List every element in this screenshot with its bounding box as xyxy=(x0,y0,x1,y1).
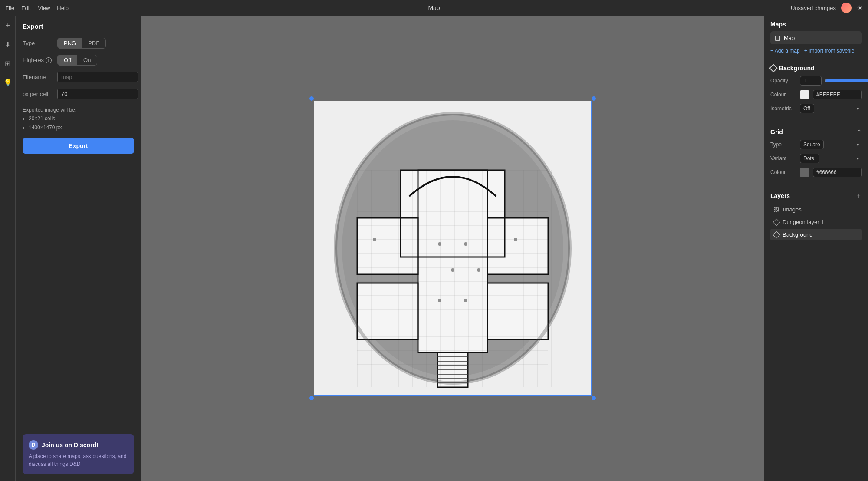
add-map-btn[interactable]: + Add a map xyxy=(770,48,800,54)
grid-label: Grid xyxy=(770,128,783,135)
layer-dungeon-icon xyxy=(773,218,780,226)
grid-variant-select-wrapper: Dots Lines xyxy=(800,154,862,163)
grid-colour-hex: #666666 xyxy=(813,168,862,177)
map-tab[interactable]: ▦ Map xyxy=(770,31,862,44)
layer-images[interactable]: 🖼 Images xyxy=(770,204,862,215)
highres-off-btn[interactable]: Off xyxy=(58,55,77,65)
layer-images-label: Images xyxy=(783,206,802,213)
layers-section: Layers ＋ 🖼 Images Dungeon layer 1 Backgr… xyxy=(764,187,868,247)
grid-section-header: Grid ⌃ xyxy=(770,128,862,135)
svg-rect-7 xyxy=(487,218,548,274)
type-row: Type PNG PDF xyxy=(23,38,134,49)
maps-section: Maps ▦ Map + Add a map + Import from sav… xyxy=(764,16,868,59)
svg-rect-6 xyxy=(357,283,418,339)
svg-rect-5 xyxy=(357,218,418,274)
layer-background[interactable]: Background xyxy=(770,229,862,240)
unsaved-changes-label: Unsaved changes xyxy=(791,5,836,11)
map-actions: + Add a map + Import from savefile xyxy=(770,48,862,54)
isometric-select[interactable]: Off On xyxy=(800,104,814,113)
discord-text: A place to share maps, ask questions, an… xyxy=(29,452,128,468)
maps-title: Maps xyxy=(770,21,862,28)
canvas-area[interactable] xyxy=(141,16,764,481)
isometric-select-wrapper: Off On xyxy=(800,104,862,113)
background-header: Background xyxy=(770,65,862,72)
app-title: Map xyxy=(428,4,440,11)
background-label: Background xyxy=(779,65,815,72)
discord-card: D Join us on Discord! A place to share m… xyxy=(23,434,134,474)
type-toggle-group: PNG PDF xyxy=(57,38,106,49)
pxpercell-label: px per cell xyxy=(23,91,53,97)
left-panel: Export Type PNG PDF High-res i Off On Fi… xyxy=(16,16,141,481)
add-layer-btn[interactable]: ＋ xyxy=(855,192,862,199)
menu-help[interactable]: Help xyxy=(57,5,69,11)
layer-images-icon: 🖼 xyxy=(774,206,779,213)
dungeon-svg xyxy=(314,101,592,396)
isometric-row: Isometric Off On xyxy=(770,104,862,113)
handle-tr[interactable] xyxy=(592,96,596,101)
grid-variant-select[interactable]: Dots Lines xyxy=(800,154,819,163)
grid-type-select-wrapper: Square Hex xyxy=(800,140,862,149)
svg-point-41 xyxy=(464,242,467,246)
layer-dungeon[interactable]: Dungeon layer 1 xyxy=(770,216,862,228)
svg-point-47 xyxy=(514,238,517,241)
colour-row: Colour #EEEEEE xyxy=(770,90,862,99)
svg-point-43 xyxy=(477,268,480,272)
grid-collapse-icon[interactable]: ⌃ xyxy=(857,128,862,135)
type-pdf-btn[interactable]: PDF xyxy=(82,38,105,48)
background-section: Background Opacity Colour #EEEEEE Isomet… xyxy=(764,59,868,123)
grid-icon[interactable]: ⊞ xyxy=(2,57,14,69)
svg-point-45 xyxy=(464,299,467,302)
svg-point-42 xyxy=(451,268,454,272)
handle-bl[interactable] xyxy=(309,396,314,400)
right-panel: Maps ▦ Map + Add a map + Import from sav… xyxy=(764,16,868,481)
type-label: Type xyxy=(23,40,53,46)
top-bar: File Edit View Help Map Unsaved changes … xyxy=(0,0,868,16)
opacity-row: Opacity xyxy=(770,76,862,86)
grid-type-row: Type Square Hex xyxy=(770,140,862,149)
type-png-btn[interactable]: PNG xyxy=(58,38,82,48)
grid-colour-label: Colour xyxy=(770,169,796,175)
map-tab-icon: ▦ xyxy=(775,34,780,41)
highres-label: High-res i xyxy=(23,57,53,64)
grid-variant-row: Variant Dots Lines xyxy=(770,154,862,163)
highres-info-icon[interactable]: i xyxy=(46,57,52,63)
panel-title: Export xyxy=(23,23,134,30)
layer-background-label: Background xyxy=(783,231,812,238)
handle-tl[interactable] xyxy=(309,96,314,101)
grid-type-select[interactable]: Square Hex xyxy=(800,140,824,149)
filename-label: Filename xyxy=(23,74,53,80)
opacity-slider[interactable] xyxy=(825,77,868,84)
grid-section: Grid ⌃ Type Square Hex Variant Dots xyxy=(764,123,868,187)
download-icon[interactable]: ⬇ xyxy=(2,38,14,50)
handle-br[interactable] xyxy=(592,396,596,400)
menu-edit[interactable]: Edit xyxy=(21,5,31,11)
export-button[interactable]: Export xyxy=(23,138,134,154)
layer-dungeon-label: Dungeon layer 1 xyxy=(783,219,824,225)
main-layout: ＋ ⬇ ⊞ 💡 Export Type PNG PDF High-res i O… xyxy=(0,16,868,481)
highres-toggle-group: Off On xyxy=(57,55,97,66)
filename-input[interactable] xyxy=(57,72,138,82)
layers-section-header: Layers ＋ xyxy=(770,192,862,199)
menu-view[interactable]: View xyxy=(38,5,50,11)
opacity-input[interactable] xyxy=(800,76,822,86)
grid-colour-swatch[interactable] xyxy=(800,168,809,177)
menu-bar: File Edit View Help xyxy=(5,5,69,11)
opacity-label: Opacity xyxy=(770,78,796,84)
pxpercell-input[interactable] xyxy=(57,89,138,99)
add-icon[interactable]: ＋ xyxy=(2,19,14,31)
theme-icon[interactable]: ☀ xyxy=(857,4,863,12)
highres-row: High-res i Off On xyxy=(23,55,134,66)
discord-icon: D xyxy=(29,440,38,450)
import-map-btn[interactable]: + Import from savefile xyxy=(804,48,855,54)
colour-swatch[interactable] xyxy=(800,90,809,99)
highres-on-btn[interactable]: On xyxy=(77,55,97,65)
avatar[interactable] xyxy=(841,3,852,13)
pxpercell-row: px per cell xyxy=(23,89,134,99)
lightbulb-icon[interactable]: 💡 xyxy=(2,76,14,89)
menu-file[interactable]: File xyxy=(5,5,14,11)
map-canvas xyxy=(309,96,596,400)
filename-row: Filename xyxy=(23,72,134,82)
top-bar-right: Unsaved changes ☀ xyxy=(791,3,863,13)
layer-background-icon xyxy=(773,231,780,238)
svg-point-40 xyxy=(438,242,441,246)
